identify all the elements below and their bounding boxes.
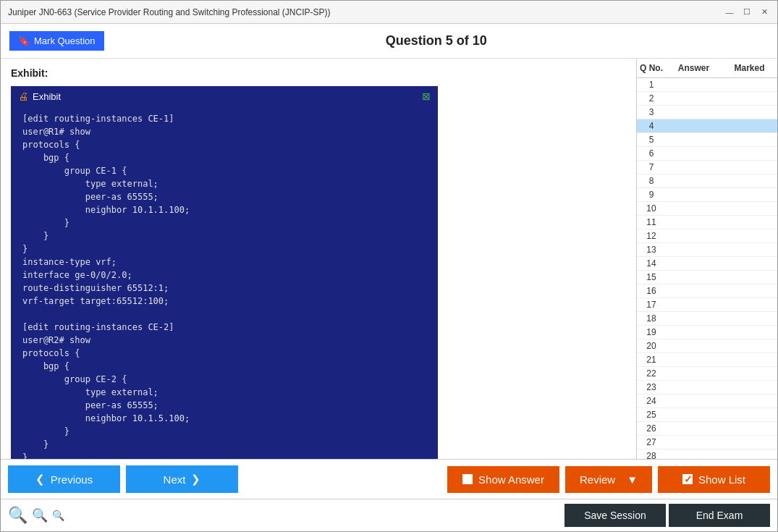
bookmark-icon: 🔖 [18,35,30,46]
sidebar-row[interactable]: 11 [637,216,777,229]
sidebar-cell-qno: 2 [637,92,666,105]
window-controls: — ☐ ✕ [724,7,770,18]
sidebar-cell-qno: 7 [637,161,666,174]
review-dropdown-icon: ▼ [627,473,638,486]
sidebar-row[interactable]: 18 [637,312,777,326]
sidebar-row[interactable]: 23 [637,381,777,394]
zoom-in-icon[interactable]: 🔍 [8,506,28,525]
sidebar-cell-qno: 15 [637,271,666,284]
restore-button[interactable]: ☐ [741,7,753,18]
sidebar-row[interactable]: 12 [637,229,777,243]
sidebar-row[interactable]: 9 [637,188,777,202]
sidebar-row[interactable]: 7 [637,161,777,174]
list-checkbox-icon: ✓ [682,474,693,484]
sidebar-cell-answer [666,92,722,105]
sidebar-cell-marked [722,92,777,105]
sidebar-cell-answer [666,367,722,380]
sidebar-cell-qno: 9 [637,188,666,201]
sidebar-row[interactable]: 5 [637,133,777,147]
sidebar-cell-answer [666,353,722,366]
sidebar-cell-marked [722,381,777,394]
mark-question-button[interactable]: 🔖 Mark Question [9,31,104,51]
sidebar-cell-qno: 28 [637,449,666,459]
question-title: Question 5 of 10 [104,33,769,48]
sidebar-row[interactable]: 16 [637,284,777,298]
exhibit-window-icon: 🖨 [18,90,28,102]
sidebar-cell-answer [666,188,722,201]
exhibit-titlebar: 🖨 Exhibit ⊠ [12,88,436,105]
sidebar-cell-answer [666,436,722,449]
sidebar-row[interactable]: 14 [637,257,777,271]
sidebar-row[interactable]: 4 [637,119,777,133]
end-exam-button[interactable]: End Exam [669,504,770,527]
question-area: Exhibit: 🖨 Exhibit ⊠ [edit routing-insta… [1,59,636,459]
sidebar-cell-marked [722,408,777,421]
sidebar-cell-marked [722,326,777,339]
sidebar-cell-qno: 8 [637,174,666,187]
sidebar-cell-qno: 17 [637,298,666,311]
sidebar-cell-answer [666,326,722,339]
exhibit-close-button[interactable]: ⊠ [422,90,431,102]
sidebar-row[interactable]: 21 [637,353,777,367]
zoom-normal-icon[interactable]: 🔍 [32,507,48,523]
sidebar-cell-qno: 24 [637,394,666,408]
sidebar-scroll[interactable]: 1 2 3 4 5 6 7 8 9 10 11 [637,78,777,459]
sidebar-row[interactable]: 20 [637,339,777,353]
sidebar-cell-answer [666,78,722,91]
sidebar-row[interactable]: 3 [637,106,777,119]
show-list-button[interactable]: ✓ Show List [658,466,770,493]
sidebar-cell-qno: 14 [637,257,666,270]
title-bar: Juniper JN0-663 (Service Provider Routin… [1,1,777,24]
sidebar-row[interactable]: 24 [637,394,777,408]
sidebar-cell-marked [722,353,777,366]
sidebar-row[interactable]: 25 [637,408,777,422]
sidebar-row[interactable]: 28 [637,449,777,459]
sidebar-cell-qno: 27 [637,436,666,449]
show-answer-button[interactable]: Show Answer [447,466,559,493]
sidebar-row[interactable]: 13 [637,243,777,257]
sidebar-row[interactable]: 2 [637,92,777,106]
sidebar-row[interactable]: 19 [637,326,777,339]
bottom-area: ❮ Previous Next ❯ Show Answer Review ▼ ✓… [1,459,777,531]
sidebar-row[interactable]: 22 [637,367,777,381]
sidebar-cell-marked [722,229,777,242]
sidebar-row[interactable]: 8 [637,174,777,188]
sidebar-cell-answer [666,339,722,352]
sidebar-cell-qno: 3 [637,106,666,119]
window-title: Juniper JN0-663 (Service Provider Routin… [8,7,331,17]
sidebar-cell-answer [666,119,722,132]
review-button[interactable]: Review ▼ [565,466,652,493]
zoom-out-icon[interactable]: 🔍 [52,510,64,521]
sidebar-row[interactable]: 15 [637,271,777,284]
sidebar-cell-answer [666,422,722,435]
sidebar-row[interactable]: 27 [637,436,777,449]
sidebar-cell-answer [666,147,722,160]
sidebar-cell-qno: 20 [637,339,666,352]
sidebar-cell-marked [722,78,777,91]
previous-button[interactable]: ❮ Previous [8,465,120,493]
sidebar-header-marked: Marked [722,62,777,75]
sidebar-cell-answer [666,174,722,187]
sidebar-row[interactable]: 10 [637,202,777,216]
sidebar-cell-qno: 26 [637,422,666,435]
sidebar-cell-answer [666,229,722,242]
prev-arrow-icon: ❮ [35,473,45,486]
close-button[interactable]: ✕ [758,7,770,18]
sidebar-cell-marked [722,298,777,311]
minimize-button[interactable]: — [724,7,735,18]
exhibit-body: [edit routing-instances CE-1] user@R1# s… [12,105,436,459]
zoom-bar: 🔍 🔍 🔍 Save Session End Exam [1,499,777,531]
sidebar-cell-answer [666,216,722,229]
sidebar-cell-marked [722,436,777,449]
sidebar-row[interactable]: 6 [637,147,777,161]
sidebar-cell-marked [722,339,777,352]
next-button[interactable]: Next ❯ [126,465,238,493]
sidebar-row[interactable]: 17 [637,298,777,312]
sidebar-row[interactable]: 26 [637,422,777,436]
sidebar-cell-marked [722,257,777,270]
save-session-button[interactable]: Save Session [565,504,666,527]
sidebar-row[interactable]: 1 [637,78,777,92]
sidebar-cell-answer [666,243,722,256]
sidebar-cell-marked [722,147,777,160]
sidebar-cell-marked [722,422,777,435]
